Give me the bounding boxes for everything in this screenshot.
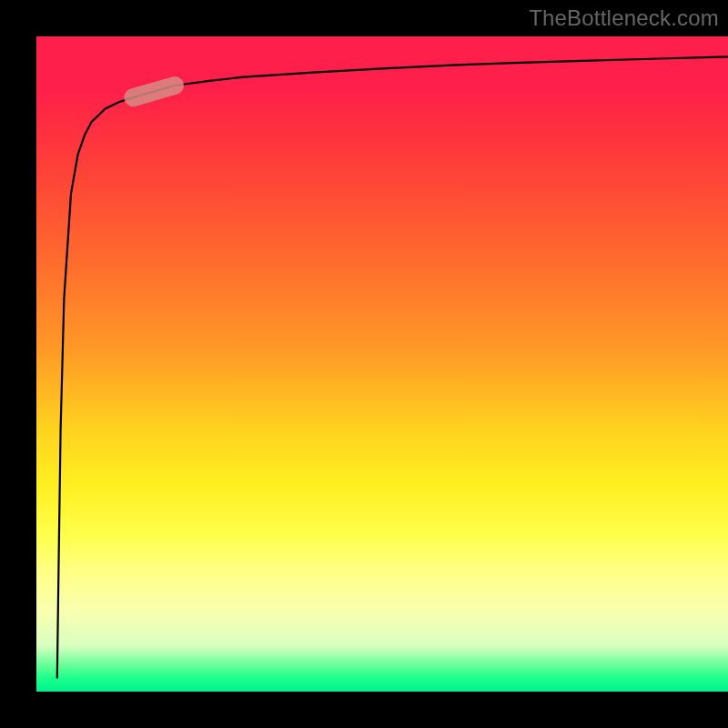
curve-line xyxy=(57,56,728,678)
curve-svg xyxy=(36,36,728,692)
plot-area xyxy=(36,36,728,692)
chart-container: TheBottleneck.com xyxy=(0,0,728,728)
attribution-label: TheBottleneck.com xyxy=(529,5,719,31)
highlight-marker xyxy=(133,86,175,97)
